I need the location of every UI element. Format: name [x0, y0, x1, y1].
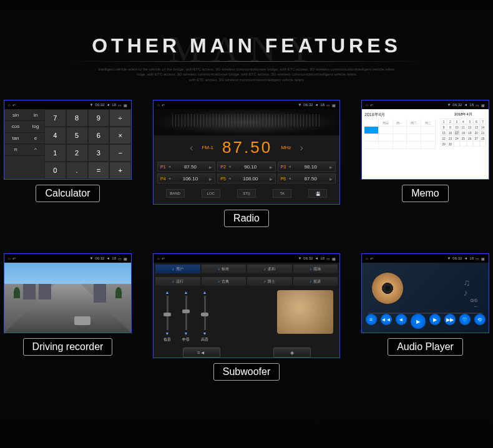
eq-slider-低音[interactable]: ▲▼低音	[162, 290, 172, 343]
cal-day[interactable]: 25	[460, 135, 466, 141]
cal-day[interactable]	[454, 141, 460, 147]
cal-day[interactable]: 13	[473, 124, 479, 130]
cal-day[interactable]: 15	[441, 130, 447, 135]
calc-cos[interactable]: cos	[4, 121, 27, 133]
preset-P4[interactable]: P4◄106.10▶	[157, 173, 215, 183]
calc-9[interactable]: 9	[88, 109, 110, 127]
radio-presets: P1◄87.50▶P2◄90.10▶P3◄98.10▶P4◄106.10▶P5◄…	[154, 160, 339, 185]
eq-preset[interactable]: ♪古典	[202, 277, 246, 286]
cal-day[interactable]: 8	[441, 124, 447, 130]
volume-icon: ◄	[106, 256, 110, 260]
eq-slider-中音[interactable]: ▲▼中音	[181, 290, 191, 343]
cal-day[interactable]: 26	[467, 135, 473, 141]
calc-tan[interactable]: tan	[4, 133, 27, 145]
cal-day[interactable]: 6	[473, 119, 479, 124]
cal-day[interactable]: 3	[454, 119, 460, 124]
preset-P1[interactable]: P1◄87.50▶	[157, 162, 215, 172]
radio-btn[interactable]: BAND	[166, 189, 185, 198]
cal-day[interactable]: 28	[480, 135, 486, 141]
play-button[interactable]: ▶	[411, 314, 426, 329]
radio-dial[interactable]	[154, 109, 339, 135]
cal-day[interactable]: 17	[454, 130, 460, 135]
memo-calendar[interactable]: 2018年4月 12345678910111213141516171819202…	[438, 109, 489, 179]
favorite-button[interactable]: ♡	[459, 314, 471, 325]
eq-preset[interactable]: ♪现场	[293, 265, 338, 273]
building	[39, 284, 51, 299]
calc-add[interactable]: +	[109, 162, 131, 179]
calc-pi[interactable]: π	[4, 144, 27, 156]
cal-day[interactable]: 7	[480, 119, 486, 124]
cal-day[interactable]: 14	[480, 124, 486, 130]
radio-btn[interactable]: TA	[273, 189, 291, 198]
eq-preset[interactable]: ♪柔和	[247, 265, 292, 273]
preset-P5[interactable]: P5◄108.00▶	[217, 173, 275, 183]
calc-eq[interactable]: =	[88, 162, 110, 179]
preset-P3[interactable]: P3◄98.10▶	[278, 162, 336, 172]
eq-preset[interactable]: ♪用户	[155, 265, 200, 273]
eq-preset[interactable]: ♪标准	[202, 265, 246, 273]
radio-btn[interactable]: LOC	[202, 189, 220, 198]
cal-day[interactable]: 21	[480, 130, 486, 135]
calc-3[interactable]: 3	[88, 144, 110, 162]
cal-day[interactable]: 5	[467, 119, 473, 124]
calc-log[interactable]: log	[27, 121, 44, 133]
cal-day[interactable]	[467, 141, 473, 147]
playlist-button[interactable]: ≡	[366, 314, 377, 325]
calc-pow[interactable]: ^	[27, 144, 44, 156]
cal-day[interactable]	[460, 141, 466, 147]
cal-day[interactable]: 12	[467, 124, 473, 130]
cal-day[interactable]: 23	[447, 135, 453, 141]
eq-button-right[interactable]: ◈	[273, 348, 311, 358]
dashcam-view[interactable]	[4, 263, 131, 333]
cal-day[interactable]: 1	[441, 119, 447, 124]
cal-day[interactable]: 19	[467, 130, 473, 135]
cal-day[interactable]: 22	[441, 135, 447, 141]
cal-day[interactable]	[480, 141, 486, 147]
cal-day[interactable]: 27	[473, 135, 479, 141]
calc-6[interactable]: 6	[88, 127, 110, 144]
radio-btn[interactable]: ST))	[237, 189, 256, 198]
calc-7[interactable]: 7	[44, 109, 66, 127]
cal-day[interactable]: 9	[447, 124, 453, 130]
calc-5[interactable]: 5	[66, 127, 88, 144]
next-button[interactable]: ▶▶	[444, 314, 456, 325]
eq-slider-高音[interactable]: ▲▼高音	[200, 290, 210, 343]
cal-day[interactable]: 30	[447, 141, 453, 147]
preset-P6[interactable]: P6◄87.50▶	[278, 173, 336, 183]
calc-dot[interactable]: .	[66, 162, 88, 179]
calc-sub[interactable]: −	[109, 144, 131, 162]
cal-day[interactable]: 10	[454, 124, 460, 130]
calc-8[interactable]: 8	[66, 109, 88, 127]
eq-button-left[interactable]: ≡◄	[183, 348, 220, 358]
eq-preset[interactable]: ♪流行	[155, 277, 200, 286]
memo-schedule[interactable]: 2018年4月 周日周一周二周三	[362, 109, 438, 179]
calc-0[interactable]: 0	[44, 162, 66, 179]
cal-day[interactable]: 2	[447, 119, 453, 124]
calc-e[interactable]: e	[27, 133, 44, 145]
shuffle-button[interactable]: ⟲	[474, 314, 486, 325]
eq-preset[interactable]: ♪爵士	[247, 277, 292, 286]
freq-down[interactable]: ‹	[190, 142, 193, 153]
freq-up[interactable]: ›	[300, 142, 303, 153]
calc-div[interactable]: ÷	[109, 109, 131, 127]
forward-button[interactable]: ▶	[429, 314, 441, 325]
calc-1[interactable]: 1	[44, 144, 66, 162]
radio-btn[interactable]: 💾	[308, 189, 327, 198]
calc-4[interactable]: 4	[44, 127, 66, 144]
cal-day[interactable]: 16	[447, 130, 453, 135]
cal-day[interactable]: 4	[460, 119, 466, 124]
calc-mul[interactable]: ×	[109, 127, 131, 144]
preset-P2[interactable]: P2◄90.10▶	[217, 162, 275, 172]
cal-day[interactable]: 11	[460, 124, 466, 130]
calc-ln[interactable]: ln	[27, 109, 44, 121]
rewind-button[interactable]: ◄	[396, 314, 407, 325]
cal-day[interactable]	[473, 141, 479, 147]
eq-preset[interactable]: ♪摇滚	[293, 277, 338, 286]
calc-2[interactable]: 2	[66, 144, 88, 162]
prev-button[interactable]: ◄◄	[381, 314, 392, 325]
cal-day[interactable]: 24	[454, 135, 460, 141]
cal-day[interactable]: 20	[473, 130, 479, 135]
calc-sin[interactable]: sin	[4, 109, 27, 121]
cal-day[interactable]: 29	[441, 141, 447, 147]
cal-day[interactable]: 18	[460, 130, 466, 135]
